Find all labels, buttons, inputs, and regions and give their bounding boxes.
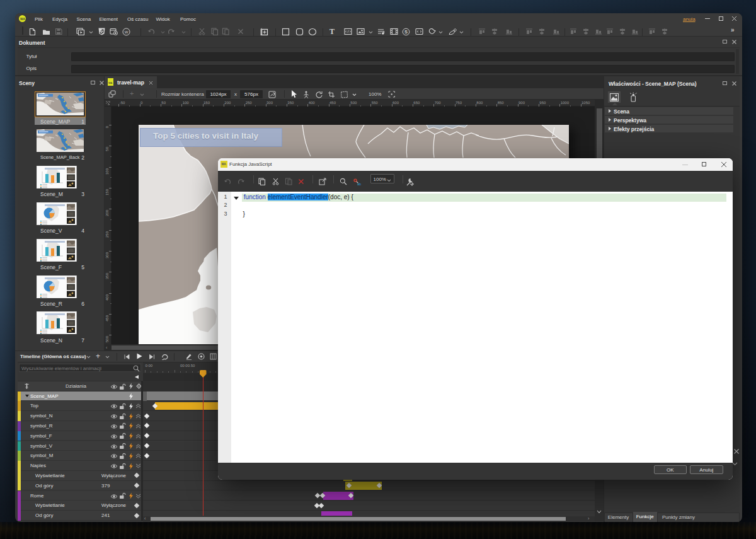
svg-text:W: W (125, 30, 129, 34)
svg-text:S: S (404, 29, 407, 35)
svg-text:b: b (359, 182, 361, 185)
